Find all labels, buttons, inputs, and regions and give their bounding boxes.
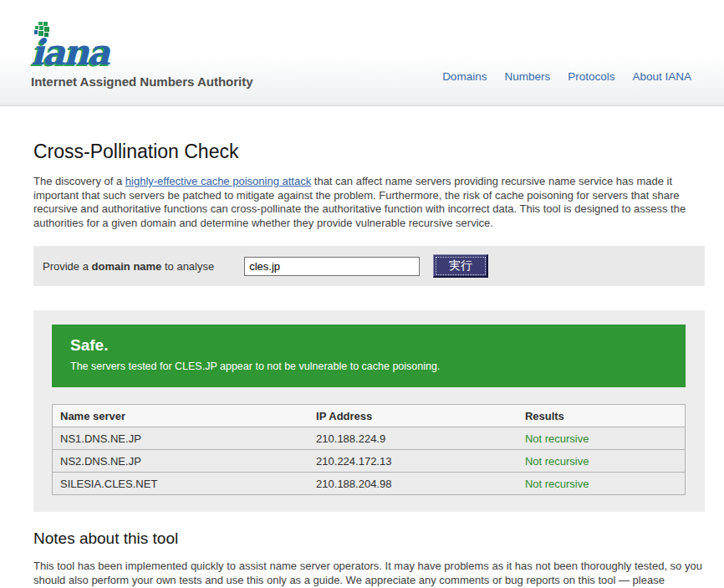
result-cell: Not recursive <box>518 473 686 495</box>
table-row: NS1.DNS.NE.JP 210.188.224.9 Not recursiv… <box>53 427 686 450</box>
logo-tagline: Internet Assigned Numbers Authority <box>31 74 253 89</box>
column-header-name-server: Name server <box>53 405 309 427</box>
intro-paragraph: The discovery of a highly-effective cach… <box>33 175 705 230</box>
results-table: Name server IP Address Results NS1.DNS.N… <box>52 404 686 495</box>
nav-link-domains[interactable]: Domains <box>442 70 487 83</box>
status-title: Safe. <box>70 336 667 355</box>
ip-address-cell: 210.188.204.98 <box>308 473 518 495</box>
nav-link-numbers[interactable]: Numbers <box>504 70 550 83</box>
iana-logo[interactable]: iana Internet Assigned Numbers Authority <box>31 22 253 89</box>
ip-address-cell: 210.224.172.13 <box>308 450 518 473</box>
domain-check-form: Provide a domain name to analyse 実行 <box>33 246 705 286</box>
status-banner: Safe. The servers tested for CLES.JP app… <box>52 325 686 387</box>
domain-input[interactable] <box>244 257 420 276</box>
name-server-cell: NS1.DNS.NE.JP <box>53 427 309 450</box>
main-content: Cross-Pollination Check The discovery of… <box>0 141 724 587</box>
notes-paragraph: This tool has been implemented quickly t… <box>33 560 705 587</box>
result-cell: Not recursive <box>518 427 686 450</box>
site-header: iana Internet Assigned Numbers Authority… <box>0 0 724 106</box>
intro-text-before: The discovery of a <box>33 175 125 187</box>
submit-button[interactable]: 実行 <box>433 254 488 278</box>
cache-poisoning-attack-link[interactable]: highly-effective cache poisoning attack <box>125 175 311 187</box>
column-header-ip-address: IP Address <box>308 405 518 427</box>
notes-title: Notes about this tool <box>33 529 705 548</box>
table-row: SILESIA.CLES.NET 210.188.204.98 Not recu… <box>53 473 686 495</box>
nav-link-protocols[interactable]: Protocols <box>568 70 614 83</box>
nav-link-about-iana[interactable]: About IANA <box>632 70 691 83</box>
column-header-results: Results <box>518 405 686 427</box>
table-row: NS2.DNS.NE.JP 210.224.172.13 Not recursi… <box>53 450 686 473</box>
ip-address-cell: 210.188.224.9 <box>308 427 518 450</box>
main-nav: Domains Numbers Protocols About IANA <box>442 70 691 83</box>
result-cell: Not recursive <box>518 450 686 473</box>
status-message: The servers tested for CLES.JP appear to… <box>70 360 667 372</box>
page-title: Cross-Pollination Check <box>33 141 705 163</box>
result-panel: Safe. The servers tested for CLES.JP app… <box>33 310 705 512</box>
logo-wordmark[interactable]: iana <box>31 36 253 69</box>
table-header-row: Name server IP Address Results <box>53 405 686 427</box>
name-server-cell: SILESIA.CLES.NET <box>53 473 309 495</box>
name-server-cell: NS2.DNS.NE.JP <box>53 450 309 473</box>
domain-input-label: Provide a domain name to analyse <box>43 260 214 273</box>
